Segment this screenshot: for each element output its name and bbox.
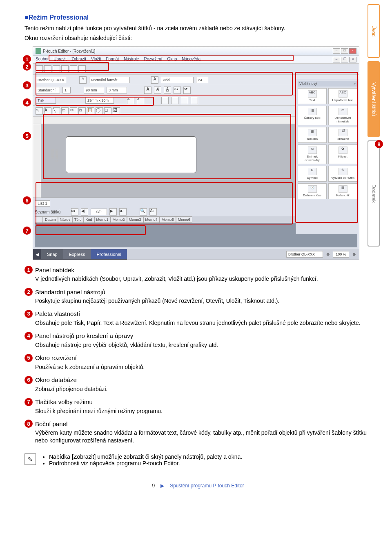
menu-nastroje[interactable]: Nástroje (124, 57, 139, 62)
open-button[interactable] (44, 65, 51, 73)
paper-select[interactable]: Standardní (36, 87, 60, 93)
side-item-calendar[interactable]: ▦Kalendář (328, 183, 357, 199)
print-button[interactable] (61, 65, 69, 73)
zoom-out-button[interactable]: ⊖ (326, 252, 330, 257)
side-item-text[interactable]: ABCText (298, 88, 327, 104)
copy-tool[interactable]: ⧉ (78, 107, 86, 115)
italic-button[interactable]: A (154, 87, 161, 94)
align-just-button[interactable] (191, 97, 198, 104)
side-item-image[interactable]: 🖼Obrázek (328, 127, 357, 143)
col-memo2[interactable]: Memo2 (111, 216, 127, 223)
text-tool[interactable]: A (44, 107, 51, 115)
align-left-button[interactable] (161, 97, 169, 104)
description-item: 2Standardní panel nástrojůPoskytuje skup… (24, 288, 372, 305)
zoom-in-button[interactable]: ⊕ (352, 252, 356, 257)
side-item-label: Obrázek (336, 137, 349, 141)
list-zoom-button[interactable]: 🔍 (140, 208, 147, 216)
side-item-barcode[interactable]: ||||Čárový kód (298, 106, 327, 125)
list-last-button[interactable]: ⏭ (119, 208, 127, 216)
mode-snap[interactable]: Snap (41, 249, 63, 259)
font-select[interactable]: Arial (161, 77, 194, 83)
mode-express[interactable]: Express (63, 249, 91, 259)
align-right-button[interactable] (181, 97, 188, 104)
maximize-button[interactable]: □ (341, 48, 348, 54)
fontsize-select[interactable]: 24 (196, 77, 208, 83)
width-input[interactable]: 90 mm (84, 87, 104, 93)
printer-select[interactable]: Brother QL-XXX (36, 77, 66, 83)
note-box: ✎ Nabídka [Zobrazit] umožňuje zobrazit č… (24, 452, 372, 468)
sidepanel-expand-icon[interactable]: » (354, 82, 356, 86)
menu-vlozit[interactable]: Vložit (91, 57, 101, 62)
status-printer[interactable]: Brother QL-XXX (286, 251, 323, 258)
height-input[interactable]: 3 mm (107, 87, 127, 93)
col-memo5[interactable]: Memo5 (160, 216, 176, 223)
orient2-button[interactable]: A (137, 97, 144, 104)
col-memo3[interactable]: Memo3 (127, 216, 143, 223)
doc-minimize-button[interactable]: – (333, 57, 340, 62)
col-memo4[interactable]: Memo4 (143, 216, 160, 223)
zoom-value[interactable]: 100 % (333, 251, 349, 258)
list-prev-button[interactable]: ◀ (81, 208, 88, 216)
line-tool[interactable]: ╲ (53, 107, 60, 115)
frame-tool[interactable]: ▭ (61, 107, 69, 115)
doc-close-button[interactable]: × (349, 57, 356, 62)
note-item: Nabídka [Zobrazit] umožňuje zobrazit či … (49, 453, 242, 460)
pointer-tool[interactable]: ↖ (36, 107, 43, 115)
col-kod[interactable]: Kód (84, 216, 94, 223)
col-memo6[interactable]: Memo6 (176, 216, 192, 223)
underline-button[interactable]: A (164, 87, 171, 94)
window-title: P-touch Editor - [Rozvržení1] (43, 49, 95, 53)
orient-button[interactable]: A (127, 97, 134, 104)
col-nazev[interactable]: Název (58, 216, 73, 223)
col-telo[interactable]: Tělo (72, 216, 84, 223)
menu-okno[interactable]: Okno (167, 57, 177, 62)
size-down-button[interactable]: A▾ (183, 87, 191, 94)
minimize-button[interactable]: – (333, 48, 340, 54)
preview-button[interactable] (70, 65, 77, 73)
shape-tool[interactable]: ◯ (96, 107, 103, 115)
image-tool[interactable]: 🖼 (113, 107, 120, 115)
menu-rozvrzeni[interactable]: Rozvržení (144, 57, 162, 62)
mode-professional[interactable]: Professional (91, 249, 127, 259)
menu-soubor[interactable]: Soubor (36, 57, 49, 62)
size-up-button[interactable]: A▴ (174, 87, 181, 94)
side-item-table[interactable]: ▦Tabulka (298, 127, 327, 143)
list-sort-button[interactable]: A↓ (149, 208, 157, 216)
desc-badge: 3 (24, 310, 33, 318)
menu-napoveda[interactable]: Nápověda (182, 57, 200, 62)
side-item-symbol[interactable]: ΩSymbol (298, 166, 327, 182)
close-button[interactable]: × (349, 48, 356, 54)
menu-format[interactable]: Formát (106, 57, 119, 62)
align-center-button[interactable] (171, 97, 178, 104)
save-button[interactable] (53, 65, 60, 73)
side-item-screenshot[interactable]: ⧉Snímek obrazovky (298, 144, 327, 164)
callout-6: 6 (23, 196, 31, 204)
list-tab[interactable]: List 1 (35, 200, 50, 207)
bold-button[interactable]: A (144, 87, 151, 94)
doc-restore-button[interactable]: ❐ (341, 57, 348, 62)
footer-link[interactable]: Spuštění programu P-touch Editor (170, 483, 244, 489)
print-button-2[interactable]: Tisk (36, 97, 56, 104)
menu-zobrazit[interactable]: Zobrazit (71, 57, 86, 62)
col-memo1[interactable]: Memo1 (94, 216, 111, 223)
cut-tool[interactable]: ✂ (70, 107, 77, 115)
side-item-frame[interactable]: ▭Dekorativní rámeček (328, 106, 357, 125)
tool-button[interactable] (78, 65, 86, 73)
side-item-clipart[interactable]: ✿Klipart (328, 144, 357, 164)
format-select[interactable]: Normální formát (89, 77, 130, 83)
side-item-label: Vytvořit obrázek (331, 176, 354, 180)
list-next-button[interactable]: ▶ (109, 208, 117, 216)
page-number: 9 (152, 483, 155, 489)
label-canvas[interactable]: 29mm x 90mm (66, 136, 196, 173)
col-datum[interactable]: Datum (43, 216, 58, 223)
new-button[interactable] (36, 65, 43, 73)
list-first-button[interactable]: ⏮ (71, 208, 78, 216)
menu-upravit[interactable]: Upravit (53, 57, 67, 62)
qty-input[interactable]: 1 (62, 87, 71, 93)
shape2-tool[interactable]: ◻ (104, 107, 111, 115)
side-item-datetime[interactable]: 🕒Datum a čas (298, 183, 327, 199)
paste-tool[interactable]: 📋 (87, 107, 94, 115)
description-item: 8Boční panelVýběrem karty můžete snadno … (24, 420, 372, 444)
side-item-makeimage[interactable]: ✎Vytvořit obrázek (328, 166, 357, 182)
side-item-arrange[interactable]: ABCUspořádat text (328, 88, 357, 104)
